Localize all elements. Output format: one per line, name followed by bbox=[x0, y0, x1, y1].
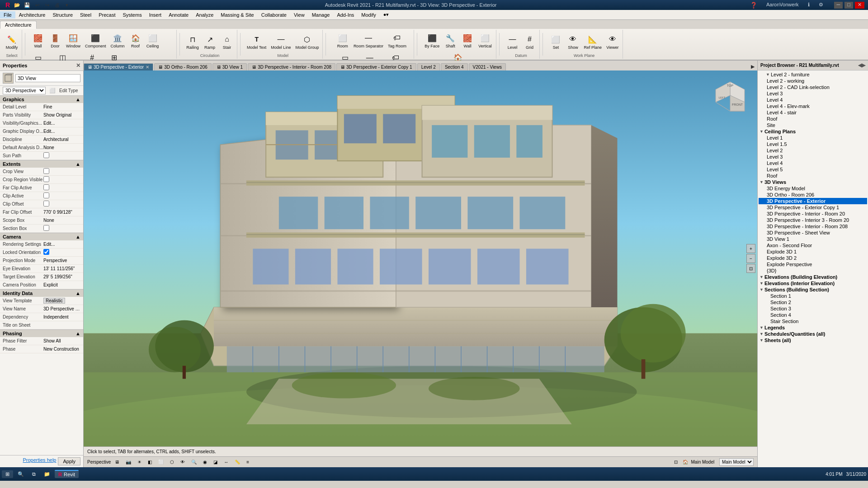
undo-button[interactable]: ↩ bbox=[33, 0, 42, 9]
temporary-hide-btn[interactable]: 🔍 bbox=[189, 459, 199, 465]
menu-steel[interactable]: Steel bbox=[76, 11, 95, 19]
rendering-settings-btn[interactable]: Edit... bbox=[43, 242, 80, 247]
menu-systems[interactable]: Systems bbox=[119, 11, 145, 19]
ribbon-btn-vertical[interactable]: ⬜Vertical bbox=[476, 31, 494, 50]
far-clip-checkbox[interactable] bbox=[43, 184, 49, 190]
render-btn[interactable]: ◧ bbox=[146, 459, 154, 465]
pb-tree-item[interactable]: Roof bbox=[759, 116, 867, 122]
zoom-in-button[interactable]: + bbox=[746, 244, 755, 253]
tab-3d-perspective-exterior[interactable]: 🖥 3D Perspective - Exterior ✕ bbox=[84, 63, 153, 70]
menu-collaborate[interactable]: Collaborate bbox=[258, 11, 290, 19]
ribbon-btn-door[interactable]: 🚪Door bbox=[47, 31, 63, 50]
ribbon-btn-room[interactable]: ⬜Room bbox=[335, 31, 351, 50]
ribbon-btn-wall[interactable]: 🧱Wall bbox=[30, 31, 46, 50]
pb-tree-item[interactable]: Level 2 - CAD Link-selection bbox=[759, 84, 867, 90]
section-identity-header[interactable]: Identity Data ▲ bbox=[0, 289, 83, 297]
clip-offset-checkbox[interactable] bbox=[43, 201, 49, 206]
minimize-button[interactable]: ─ bbox=[834, 2, 843, 9]
ribbon-btn-railing[interactable]: ⊓Railing bbox=[184, 32, 201, 51]
info-icon[interactable]: ℹ bbox=[806, 2, 811, 9]
taskbar-explorer[interactable]: 📁 bbox=[40, 470, 54, 478]
pb-tree-item[interactable]: Level 4 bbox=[759, 160, 867, 166]
pb-tree-item[interactable]: 3D Perspective - Interior - Room 20 bbox=[759, 211, 867, 217]
nav-cube[interactable]: TOP FRONT LEFT bbox=[712, 80, 748, 116]
pb-tree-item[interactable]: Stair Section bbox=[759, 318, 867, 324]
menu-structure[interactable]: Structure bbox=[49, 11, 76, 19]
visual-style-btn[interactable]: ◪ bbox=[211, 459, 220, 465]
ribbon-btn-ceiling[interactable]: ⬜Ceiling bbox=[145, 31, 161, 50]
pb-tree-item[interactable]: 3D Energy Model bbox=[759, 185, 867, 192]
taskbar-search[interactable]: 🔍 bbox=[14, 470, 28, 478]
pb-tree-item[interactable]: Site bbox=[759, 122, 867, 128]
tab-v2021[interactable]: V2021 - Views bbox=[469, 63, 506, 70]
nav-bar-btn[interactable]: ↔ bbox=[222, 459, 231, 465]
pb-tree-item[interactable]: Section 1 bbox=[759, 293, 867, 299]
menu-view[interactable]: View bbox=[290, 11, 308, 19]
tab-3d-perspective-exterior-copy[interactable]: 🖥 3D Perspective - Exterior Copy 1 bbox=[336, 63, 416, 70]
redo-button[interactable]: ↪ bbox=[42, 0, 52, 9]
pb-tree-item[interactable]: Level 2 bbox=[759, 147, 867, 154]
properties-close-button[interactable]: ✕ bbox=[76, 62, 80, 69]
zoom-fit-button[interactable]: ⊡ bbox=[746, 264, 755, 273]
menu-precast[interactable]: Precast bbox=[95, 11, 119, 19]
view-template-btn[interactable]: Realistic bbox=[43, 298, 65, 304]
pb-tree-item[interactable]: ▼ 3D Views bbox=[759, 179, 867, 185]
pb-tree-item[interactable]: ▼ Legends bbox=[759, 324, 867, 331]
qa-dropdown[interactable]: ▾ bbox=[62, 0, 71, 9]
show-hide-btn[interactable]: 👁 bbox=[178, 459, 187, 465]
pb-tree-item[interactable]: Roof bbox=[759, 173, 867, 179]
ribbon-btn-modelline[interactable]: —Model Line bbox=[269, 32, 292, 51]
visibility-graphics-btn[interactable]: Edit... bbox=[43, 121, 80, 126]
tab-section4[interactable]: Section 4 bbox=[441, 63, 468, 70]
pb-tree-item[interactable]: ▼ Sheets (all) bbox=[759, 337, 867, 343]
ribbon-btn-wallopening[interactable]: 🧱Wall bbox=[459, 31, 476, 50]
pb-tree-item[interactable]: Explode 3D 2 bbox=[759, 255, 867, 261]
view-control-btn[interactable]: ◉ bbox=[201, 459, 209, 465]
pb-tree-item[interactable]: Axon - Second Floor bbox=[759, 242, 867, 249]
ribbon-btn-roomsep[interactable]: —Room Separator bbox=[352, 31, 385, 50]
sun-btn[interactable]: ☀ bbox=[135, 459, 144, 465]
project-browser-arrow[interactable]: ◀▶ bbox=[858, 62, 865, 68]
crop-view-checkbox[interactable] bbox=[43, 168, 49, 174]
pb-tree-item[interactable]: {3D} bbox=[759, 267, 867, 274]
ribbon-btn-set[interactable]: ⬜Set bbox=[547, 32, 564, 51]
ribbon-btn-stair[interactable]: ⌂Stair bbox=[219, 32, 235, 51]
section-box-toggle[interactable]: ⬡ bbox=[168, 459, 176, 465]
pb-tree-item[interactable]: Level 4 bbox=[759, 97, 867, 103]
tab-close-perspective[interactable]: ✕ bbox=[146, 65, 149, 70]
menu-manage[interactable]: Manage bbox=[308, 11, 334, 19]
ribbon-btn-tagroom[interactable]: 🏷Tag Room bbox=[386, 31, 408, 50]
ribbon-btn-column[interactable]: 🏛️Column bbox=[109, 31, 127, 50]
pb-tree-item[interactable]: Level 5 bbox=[759, 166, 867, 173]
pb-tree-item[interactable]: ▼ Level 2 - furniture bbox=[759, 71, 867, 78]
ribbon-btn-ramp[interactable]: ↗Ramp bbox=[202, 32, 218, 51]
save-button[interactable]: 💾 bbox=[23, 0, 32, 9]
close-button[interactable]: ✕ bbox=[855, 2, 864, 9]
pb-tree-item[interactable]: Level 4 - Elev-mark bbox=[759, 103, 867, 109]
ribbon-btn-level[interactable]: —Level bbox=[504, 32, 520, 51]
ribbon-btn-modify[interactable]: ✏️ Modify bbox=[4, 32, 20, 51]
clip-active-checkbox[interactable] bbox=[43, 192, 49, 198]
taskbar-revit[interactable]: R Revit bbox=[55, 470, 79, 478]
start-button[interactable]: ⊞ bbox=[2, 470, 13, 478]
tab-level2[interactable]: Level 2 bbox=[417, 63, 440, 70]
menu-modify[interactable]: Modify bbox=[358, 11, 379, 19]
pb-tree-item[interactable]: 3D Perspective - Exterior Copy 1 bbox=[759, 204, 867, 211]
pb-tree-item[interactable]: Level 1.5 bbox=[759, 141, 867, 147]
pb-tree-item[interactable]: 3D Ortho - Room 206 bbox=[759, 192, 867, 198]
maximize-button[interactable]: □ bbox=[844, 2, 853, 9]
pb-tree-item[interactable]: Section 2 bbox=[759, 299, 867, 305]
ribbon-btn-show[interactable]: 👁Show bbox=[565, 32, 581, 51]
pb-tree-item[interactable]: Level 2 - working bbox=[759, 78, 867, 84]
pb-tree-item[interactable]: 3D Perspective - Exterior bbox=[759, 198, 867, 204]
ribbon-btn-modelgroup[interactable]: ⬡Model Group bbox=[293, 32, 321, 51]
menu-contextual[interactable]: ●▾ bbox=[380, 11, 393, 19]
pb-tree-item[interactable]: Level 1 bbox=[759, 135, 867, 141]
tab-3d-perspective-interior[interactable]: 🖥 3D Perspective - Interior - Room 208 bbox=[248, 63, 335, 70]
type-name[interactable]: 3D View bbox=[15, 74, 80, 82]
detail-level-btn[interactable]: ≡ bbox=[244, 459, 251, 465]
view-dropdown[interactable]: 3D Perspective - E... bbox=[3, 87, 46, 94]
pb-tree-item[interactable]: ▼ Sections (Building Section) bbox=[759, 286, 867, 293]
tabs-arrow-right[interactable]: ▶ bbox=[748, 63, 757, 70]
ribbon-btn-window[interactable]: 🪟Window bbox=[64, 31, 82, 50]
